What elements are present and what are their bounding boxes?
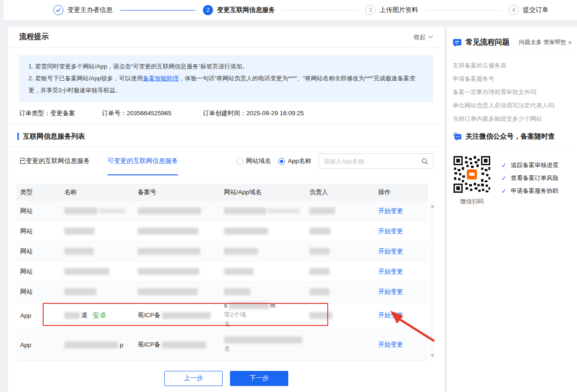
- benefit-label: 查看备案订单风险: [511, 172, 559, 185]
- row-icp-partial: 蜀ICP备: [134, 311, 220, 319]
- prev-step-button[interactable]: 上一步: [164, 371, 223, 386]
- wechat-icon: [453, 132, 462, 141]
- domain-start: s: [224, 302, 227, 309]
- radio-on-icon[interactable]: [278, 158, 285, 165]
- step-connector: [282, 10, 358, 11]
- row-domain-redacted: [220, 288, 306, 295]
- check-icon: ✓: [501, 159, 507, 172]
- collapse-label: 收起: [414, 33, 426, 41]
- step-4-label: 提交订单: [523, 6, 549, 14]
- step-connector: [426, 10, 501, 11]
- benefit-item: ✓追踪备案审核进度: [501, 159, 559, 172]
- row-name-suffix: p: [120, 342, 123, 348]
- process-panel-title: 流程提示: [19, 32, 49, 42]
- assistant-link[interactable]: 备案智能助理: [143, 75, 179, 82]
- page: 变更主办者信息 2 变更互联网信息服务 3 上传图片资料 4 提交订单 流程提示…: [0, 0, 577, 392]
- step-3-label: 上传图片资料: [380, 6, 418, 14]
- row-type: 网站: [17, 268, 61, 276]
- faq-link[interactable]: 支持备案的云服务器: [453, 59, 571, 72]
- row-owner-redacted: [306, 228, 375, 235]
- search-box: [319, 153, 433, 169]
- start-change-link[interactable]: 开始变更: [378, 247, 403, 256]
- table-scrollbar[interactable]: [430, 202, 435, 360]
- search-icon[interactable]: [421, 158, 428, 165]
- start-change-link[interactable]: 开始变更: [378, 227, 403, 235]
- faq-more-link[interactable]: 问题太多 管家帮您 >: [519, 39, 571, 46]
- faq-title: 常见流程问题: [465, 38, 510, 47]
- row-owner-redacted: [306, 248, 375, 255]
- row-icp-redacted: [134, 228, 220, 235]
- order-type: 订单类型：变更备案: [19, 109, 102, 118]
- col-action: 操作: [375, 188, 428, 196]
- faq-links: 支持备案的云服务器 申请备案服务号 备案一定要办理前置审批文件吗 单位网站负责人…: [453, 59, 571, 125]
- row-name-redacted: [61, 228, 134, 235]
- search-input[interactable]: [324, 158, 418, 165]
- row-owner-redacted: [306, 288, 375, 295]
- row-domain-partial: sm等2个域名: [220, 302, 306, 329]
- order-created-label: 订单创建时间：: [203, 110, 246, 117]
- collapse-button[interactable]: 收起: [414, 33, 433, 41]
- tip-2-text: 2. 若账号下已备案网站/App较多，可以使用: [28, 75, 143, 82]
- start-change-link[interactable]: 开始变更: [378, 341, 403, 349]
- order-type-value: 变更备案: [50, 110, 75, 117]
- row-name-redacted: [61, 268, 134, 275]
- row-name-redacted: [61, 248, 134, 255]
- row-icp-redacted: [134, 248, 220, 255]
- service-list-title: 互联网信息服务列表: [17, 133, 444, 140]
- step-2: 2 变更互联网信息服务: [203, 5, 275, 15]
- benefit-item: ✓申请备案服务协助: [501, 185, 559, 197]
- scroll-up-arrow-icon[interactable]: [431, 205, 434, 207]
- row-domain-redacted: [220, 248, 306, 255]
- faq-link[interactable]: 当前订单内最多能提交多少个网站: [453, 112, 571, 125]
- process-tips: 1. 若需同时变更多个网站/App，请点击“可变更的互联网信息服务”标签页进行添…: [19, 55, 433, 102]
- table-row-highlighted: App 道安卓 蜀ICP备 sm等2个域名 开始变更: [17, 302, 428, 330]
- faq-link[interactable]: 申请备案服务号: [453, 72, 571, 85]
- wechat-title: 关注微信公众号，备案随时查: [465, 132, 555, 141]
- radio-off-icon[interactable]: [236, 158, 243, 165]
- start-change-link[interactable]: 开始变更: [378, 288, 403, 296]
- row-name-redacted: [61, 288, 134, 295]
- domain-end: m: [270, 302, 275, 309]
- step-1-label: 变更主办者信息: [67, 6, 112, 14]
- step-4-number: 4: [509, 5, 519, 15]
- start-change-link-target[interactable]: 开始变更: [378, 311, 403, 319]
- faq-link[interactable]: 备案一定要办理前置审批文件吗: [453, 85, 571, 99]
- tab-changeable-services[interactable]: 可变更的互联网信息服务: [107, 147, 178, 175]
- row-type: 网站: [17, 288, 61, 296]
- row-icp-partial: 蜀ICP备: [134, 341, 220, 349]
- col-owner: 负责人: [306, 188, 375, 196]
- order-created: 订单创建时间：2025-09-29 16:09:25: [203, 109, 304, 118]
- start-change-link[interactable]: 开始变更: [378, 207, 403, 215]
- main-panel: 流程提示 收起 1. 若需同时变更多个网站/App，请点击“可变更的互联网信息服…: [8, 27, 444, 392]
- wechat-header: 关注微信公众号，备案随时查: [453, 132, 571, 148]
- row-type: 网站: [17, 207, 61, 215]
- table-row: App p 蜀ICP备 名 开始变更: [17, 330, 428, 361]
- order-number-label: 订单号：: [102, 110, 127, 117]
- row-owner-redacted: [306, 207, 375, 214]
- step-1: 变更主办者信息: [53, 5, 112, 15]
- row-icp-redacted: [134, 268, 220, 275]
- radio-app-name[interactable]: App名称: [278, 157, 311, 165]
- tab-changed-services[interactable]: 已变更的互联网信息服务: [19, 147, 90, 175]
- next-step-button[interactable]: 下一步: [230, 371, 288, 386]
- qr-column: 微信扫码: [453, 155, 491, 206]
- chat-icon: [453, 38, 462, 47]
- row-icp-redacted: [134, 288, 220, 295]
- icp-prefix: 蜀ICP备: [138, 311, 161, 319]
- help-sidebar: 常见流程问题 问题太多 管家帮您 > 支持备案的云服务器 申请备案服务号 备案一…: [447, 27, 577, 392]
- domain-count-note: 等2个域名: [224, 310, 251, 329]
- row-name-visible: 道: [81, 311, 88, 319]
- order-number-value: 2035664525965: [127, 110, 172, 117]
- row-name-partial: 道安卓: [61, 311, 134, 320]
- col-name: 名称: [61, 188, 134, 196]
- tip-2: 2. 若账号下已备案网站/App较多，可以使用备案智能助理，体验一句话“将网站负…: [28, 73, 424, 96]
- chevron-down-icon: [428, 35, 433, 39]
- start-change-link[interactable]: 开始变更: [378, 268, 403, 276]
- table-row: 网站 开始变更: [17, 241, 428, 262]
- step-connector: [120, 10, 196, 11]
- scroll-down-arrow-icon[interactable]: [431, 354, 434, 357]
- radio-website-domain[interactable]: 网站域名: [236, 157, 271, 165]
- faq-link[interactable]: 单位网站负责人必须填写法定代表人吗: [453, 99, 571, 112]
- faq-header: 常见流程问题 问题太多 管家帮您 >: [453, 38, 571, 54]
- domain-count-note: 名: [224, 345, 302, 353]
